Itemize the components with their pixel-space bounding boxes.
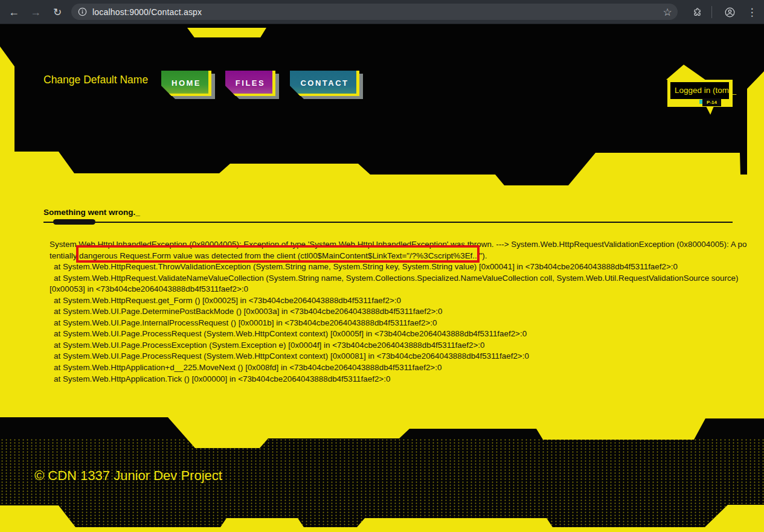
cursor-position-tag: P-14: [702, 98, 721, 106]
reload-button[interactable]: ↻: [48, 0, 66, 24]
page: Change Default Name HOME FILES CONTACT L…: [0, 24, 764, 532]
site-title-link[interactable]: Change Default Name: [43, 74, 148, 86]
profile-icon[interactable]: [722, 5, 737, 19]
stack-trace-line: at System.Web.HttpRequest.ThrowValidatio…: [50, 261, 732, 273]
address-bar[interactable]: localhost:9000/Contact.aspx: [71, 4, 678, 20]
error-heading: Something went wrong._: [43, 208, 140, 217]
url-text[interactable]: localhost:9000/Contact.aspx: [92, 7, 202, 17]
footer-dot-pattern: [0, 438, 764, 532]
forward-button[interactable]: →: [27, 0, 45, 24]
nav-button-home[interactable]: HOME: [161, 71, 211, 96]
nav-button-files-label: FILES: [225, 71, 275, 96]
heading-underline: [43, 222, 733, 223]
back-button[interactable]: ←: [5, 0, 23, 24]
toolbar-separator: [711, 6, 712, 18]
nav-button-contact[interactable]: CONTACT: [290, 71, 359, 96]
footer-copyright: © CDN 1337 Junior Dev Project: [34, 468, 222, 484]
bookmark-star-icon[interactable]: ☆: [660, 0, 675, 24]
stack-trace-line: at System.Web.HttpRequest.ValidateNameVa…: [50, 273, 732, 284]
heading-underline-pill: [53, 219, 95, 225]
stack-trace-line: [0x00053] in <73b404cbe2064043888db4f531…: [50, 284, 732, 295]
stack-trace-line: at System.Web.UI.Page.ProcessException (…: [50, 340, 732, 351]
stack-trace-line: at System.Web.HttpApplication.Tick () [0…: [50, 374, 732, 385]
error-highlight-box: [76, 245, 480, 263]
stack-trace-line: at System.Web.HttpRequest.get_Form () [0…: [50, 295, 732, 307]
nav-button-files[interactable]: FILES: [225, 71, 275, 96]
menu-kebab-icon[interactable]: ⋮: [744, 0, 760, 24]
site-info-icon[interactable]: [78, 7, 87, 16]
stack-trace-line: at System.Web.UI.Page.ProcessRequest (Sy…: [50, 351, 732, 362]
header-band-decoration: [0, 24, 764, 187]
stack-trace-line: at System.Web.UI.Page.DeterminePostBackM…: [50, 306, 732, 318]
browser-toolbar: ← → ↻ localhost:9000/Contact.aspx ☆ ⋮: [0, 0, 764, 24]
nav-button-home-label: HOME: [161, 71, 211, 96]
nav-button-contact-label: CONTACT: [290, 71, 359, 96]
stack-trace-line: at System.Web.HttpApplication+d__225.Mov…: [50, 362, 732, 374]
stack-trace-line: at System.Web.UI.Page.InternalProcessReq…: [50, 318, 732, 329]
header-notch-decoration: [187, 28, 266, 37]
stack-trace-line: at System.Web.UI.Page.ProcessRequest (Sy…: [50, 328, 732, 340]
login-status-text: Logged in (tom)_: [670, 82, 729, 99]
extensions-icon[interactable]: [690, 5, 704, 19]
